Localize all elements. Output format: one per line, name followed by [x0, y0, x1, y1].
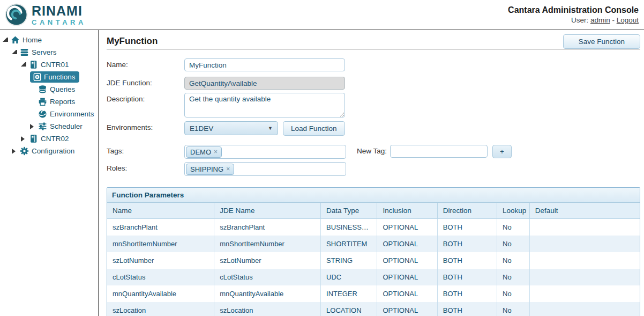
table-cell [529, 269, 640, 285]
table-cell: szBranchPlant [214, 219, 321, 236]
logo-secondary-text: CANTARA [32, 19, 86, 26]
table-cell: SHORTITEM [321, 236, 377, 252]
home-icon [11, 35, 20, 45]
column-header[interactable]: JDE Name [214, 203, 321, 219]
description-textarea[interactable]: Get the quantity available [184, 93, 345, 117]
table-cell: OPTIONAL [377, 302, 437, 316]
printer-icon [38, 97, 47, 106]
function-parameters-table: NameJDE NameData TypeInclusionDirectionL… [107, 203, 640, 316]
sidebar-item-label: CNTR01 [41, 61, 69, 69]
sidebar-item-cntr02[interactable]: CNTR02 [0, 133, 98, 145]
table-row[interactable]: szLotNumberszLotNumberSTRINGOPTIONALBOTH… [107, 252, 640, 269]
column-header[interactable]: Data Type [321, 203, 377, 219]
tags-input[interactable]: DEMO × [184, 145, 346, 159]
new-tag-label: New Tag: [357, 145, 390, 155]
table-cell: LOCATION [321, 302, 377, 316]
name-input[interactable] [184, 58, 345, 71]
column-header[interactable]: Direction [437, 203, 497, 219]
table-cell: STRING [321, 252, 377, 269]
sidebar-item-label: Functions [44, 73, 76, 81]
expander-icon[interactable] [12, 50, 17, 54]
user-name-link[interactable]: admin [590, 16, 610, 24]
table-cell [529, 236, 640, 252]
function-parameters-panel: Function Parameters NameJDE NameData Typ… [107, 187, 640, 316]
user-session-line: User: admin - Logout [508, 16, 639, 25]
tag-chip: DEMO × [186, 146, 222, 158]
load-function-button[interactable]: Load Function [283, 121, 345, 136]
sidebar-item-label: CNTR02 [41, 135, 69, 143]
table-cell: No [497, 236, 530, 252]
scheduler-icon [38, 122, 47, 131]
sidebar-item-label: Configuration [32, 147, 74, 155]
table-cell: BOTH [437, 219, 497, 236]
table-cell: OPTIONAL [377, 219, 437, 236]
sidebar-item-reports[interactable]: Reports [0, 95, 98, 108]
table-cell: No [497, 269, 530, 285]
column-header[interactable]: Inclusion [377, 203, 437, 219]
column-header[interactable]: Default [529, 203, 640, 219]
sidebar-item-scheduler[interactable]: Scheduler [0, 120, 98, 133]
table-cell: BOTH [437, 302, 497, 316]
database-icon [38, 85, 47, 94]
table-cell: mnShortItemNumber [214, 236, 321, 252]
add-tag-button[interactable]: + [492, 145, 512, 158]
expander-icon[interactable] [3, 38, 8, 42]
logout-link[interactable]: Logout [617, 16, 639, 24]
table-row[interactable]: mnQuantityAvailablemnQuantityAvailableIN… [107, 285, 640, 302]
params-header-row: NameJDE NameData TypeInclusionDirectionL… [107, 203, 640, 219]
table-cell: cLotStatus [107, 269, 214, 285]
table-cell: szLotNumber [214, 252, 321, 269]
page-title: MyFunction [107, 36, 158, 47]
table-cell: szLocation [107, 302, 214, 316]
sidebar-item-servers[interactable]: Servers [0, 46, 98, 58]
environments-select[interactable]: E1DEV ▼ [184, 121, 278, 135]
new-tag-input[interactable] [390, 145, 488, 158]
table-row[interactable]: mnShortItemNumbermnShortItemNumberSHORTI… [107, 236, 640, 252]
sidebar-item-cntr01[interactable]: CNTR01 [0, 58, 98, 71]
tag-chip-label: DEMO [190, 148, 211, 156]
table-cell: UDC [321, 269, 377, 285]
environments-selected-value: E1DEV [190, 124, 213, 133]
sidebar-item-label: Environments [50, 110, 94, 118]
table-row[interactable]: cLotStatuscLotStatusUDCOPTIONALBOTHNo [107, 269, 640, 285]
expander-icon[interactable] [30, 124, 35, 129]
sidebar-item-environments[interactable]: Environments [0, 108, 98, 120]
column-header[interactable]: Lookup [497, 203, 530, 219]
servers-icon [20, 48, 29, 57]
sidebar-item-label: Reports [50, 98, 75, 106]
expander-icon[interactable] [21, 136, 26, 142]
role-chip: SHIPPING × [186, 164, 234, 175]
jde-function-label: JDE Function: [107, 77, 184, 87]
save-function-button[interactable]: Save Function [563, 34, 640, 49]
remove-tag-icon[interactable]: × [214, 148, 218, 156]
table-row[interactable]: szBranchPlantszBranchPlantBUSINESSU...OP… [107, 219, 640, 236]
gear-icon [20, 146, 29, 156]
roles-input[interactable]: SHIPPING × [184, 162, 346, 176]
params-panel-title: Function Parameters [107, 188, 640, 203]
table-cell: BOTH [437, 269, 497, 285]
table-cell: BOTH [437, 252, 497, 269]
expander-icon[interactable] [21, 62, 26, 67]
sidebar-item-functions[interactable]: Functions [0, 71, 98, 83]
description-label: Description: [107, 93, 184, 103]
table-cell: szLocation [214, 302, 321, 316]
rinami-cantara-logo: RINAMI CANTARA [4, 3, 86, 27]
sidebar-item-configuration[interactable]: Configuration [0, 145, 98, 157]
table-cell: No [497, 219, 530, 236]
table-row[interactable]: szLocationszLocationLOCATIONOPTIONALBOTH… [107, 302, 640, 316]
table-cell [529, 302, 640, 316]
table-cell: OPTIONAL [377, 236, 437, 252]
roles-label: Roles: [107, 162, 184, 172]
chevron-down-icon: ▼ [268, 126, 273, 131]
rinami-logo-icon [4, 3, 28, 27]
navigation-sidebar: Home Servers CNTR01 Functions [0, 30, 99, 316]
sidebar-item-home[interactable]: Home [0, 34, 98, 46]
table-cell [529, 219, 640, 236]
app-header: RINAMI CANTARA Cantara Administration Co… [0, 0, 644, 30]
sidebar-item-queries[interactable]: Queries [0, 83, 98, 95]
console-title: Cantara Administration Console [508, 4, 639, 16]
remove-role-icon[interactable]: × [226, 165, 230, 173]
column-header[interactable]: Name [107, 203, 214, 219]
role-chip-label: SHIPPING [190, 165, 223, 173]
expander-icon[interactable] [12, 149, 17, 154]
